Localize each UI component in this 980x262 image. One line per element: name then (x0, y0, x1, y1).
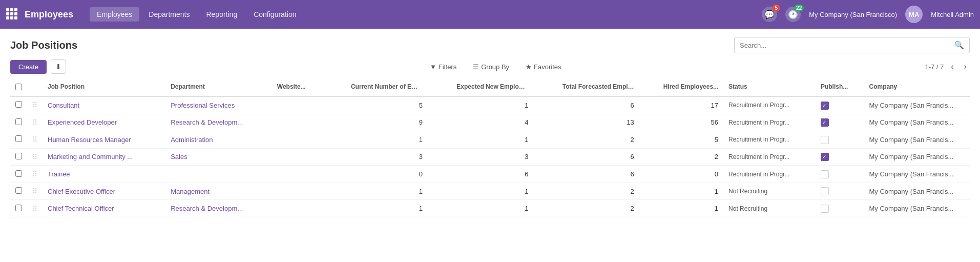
favorites-button[interactable]: ★ Favorites (522, 61, 565, 73)
current-empl-cell: 1 (322, 131, 428, 149)
publish-cell[interactable] (816, 200, 864, 217)
chat-notifications[interactable]: 💬 5 (762, 7, 777, 22)
publish-cell[interactable] (816, 131, 864, 149)
expected-new-cell: 3 (428, 148, 533, 166)
row-drag-handle[interactable]: ⠿ (27, 148, 43, 166)
department-cell[interactable]: Research & Developm... (165, 114, 272, 131)
job-position-cell[interactable]: Trainee (43, 166, 165, 183)
create-button[interactable]: Create (10, 60, 47, 74)
status-cell: Recruitment in Progr... (723, 131, 816, 149)
clock-notifications[interactable]: 🕐 22 (785, 7, 801, 22)
publish-checkbox[interactable] (821, 153, 829, 161)
user-name[interactable]: Mitchell Admin (931, 11, 974, 18)
search-button[interactable]: 🔍 (949, 37, 969, 53)
drag-icon: ⠿ (32, 118, 37, 127)
table-row: ⠿ Human Resources Manager Administration… (10, 131, 970, 149)
download-button[interactable]: ⬇ (51, 59, 66, 74)
row-drag-handle[interactable]: ⠿ (27, 114, 43, 131)
row-drag-handle[interactable]: ⠿ (27, 183, 43, 200)
row-drag-handle[interactable]: ⠿ (27, 200, 43, 217)
job-position-cell[interactable]: Chief Technical Officer (43, 200, 165, 217)
col-status[interactable]: Status (723, 79, 816, 96)
row-checkbox[interactable] (15, 205, 22, 211)
total-forecast-cell: 6 (533, 96, 639, 114)
company-cell: My Company (San Francis... (864, 200, 970, 217)
department-cell[interactable]: Professional Services (165, 96, 272, 114)
department-cell[interactable]: Research & Developm... (165, 200, 272, 217)
row-drag-handle[interactable]: ⠿ (27, 96, 43, 114)
job-position-cell[interactable]: Chief Executive Officer (43, 183, 165, 200)
app-name[interactable]: Employees (25, 9, 73, 20)
publish-checkbox[interactable] (821, 102, 829, 110)
row-checkbox-cell[interactable] (10, 96, 27, 114)
publish-cell[interactable] (816, 114, 864, 131)
job-position-cell[interactable]: Marketing and Community ... (43, 148, 165, 166)
department-cell[interactable]: Sales (165, 148, 272, 166)
next-page-button[interactable]: › (961, 61, 970, 72)
row-drag-handle[interactable]: ⠿ (27, 131, 43, 149)
search-input[interactable] (735, 38, 949, 52)
nav-configuration[interactable]: Configuration (246, 7, 303, 22)
col-publish[interactable]: Publish... (816, 79, 864, 96)
drag-icon: ⠿ (32, 153, 37, 161)
row-checkbox[interactable] (15, 118, 22, 125)
col-website[interactable]: Website... (272, 79, 322, 96)
filters-button[interactable]: ▼ Filters (426, 61, 461, 73)
row-checkbox[interactable] (15, 153, 22, 159)
publish-checkbox[interactable] (821, 118, 829, 127)
row-checkbox[interactable] (15, 135, 22, 142)
toolbar-left: Create ⬇ (10, 59, 66, 74)
current-empl-cell: 3 (322, 148, 428, 166)
topbar-left: Employees EmployeesDepartmentsReportingC… (6, 7, 303, 22)
col-department[interactable]: Department (165, 79, 272, 96)
row-checkbox[interactable] (15, 170, 22, 177)
col-job-position[interactable]: Job Position (43, 79, 165, 96)
prev-page-button[interactable]: ‹ (948, 61, 956, 72)
job-position-cell[interactable]: Experienced Developer (43, 114, 165, 131)
select-all-header[interactable] (10, 79, 27, 96)
select-all-checkbox[interactable] (15, 84, 22, 90)
job-position-cell[interactable]: Human Resources Manager (43, 131, 165, 149)
job-position-cell[interactable]: Consultant (43, 96, 165, 114)
col-current-empl[interactable]: Current Number of Empl... (322, 79, 428, 96)
col-company[interactable]: Company (864, 79, 970, 96)
groupby-button[interactable]: ☰ Group By (469, 61, 513, 73)
row-checkbox-cell[interactable] (10, 148, 27, 166)
row-checkbox-cell[interactable] (10, 114, 27, 131)
status-cell: Recruitment in Progr... (723, 148, 816, 166)
company-selector[interactable]: My Company (San Francisco) (809, 11, 897, 18)
favorites-label: Favorites (534, 63, 561, 71)
total-forecast-cell: 2 (533, 131, 639, 149)
row-checkbox[interactable] (15, 187, 22, 194)
nav-reporting[interactable]: Reporting (199, 7, 244, 22)
department-cell[interactable]: Management (165, 183, 272, 200)
publish-checkbox[interactable] (821, 170, 829, 178)
table-header: Job Position Department Website... Curre… (10, 79, 970, 96)
row-checkbox-cell[interactable] (10, 200, 27, 217)
department-cell[interactable] (165, 166, 272, 183)
department-cell[interactable]: Administration (165, 131, 272, 149)
user-avatar[interactable]: MA (905, 6, 923, 23)
apps-icon[interactable] (6, 8, 18, 21)
col-hired[interactable]: Hired Employees... (639, 79, 723, 96)
current-empl-cell: 9 (322, 114, 428, 131)
row-checkbox[interactable] (15, 101, 22, 108)
row-checkbox-cell[interactable] (10, 131, 27, 149)
row-checkbox-cell[interactable] (10, 183, 27, 200)
nav-employees[interactable]: Employees (90, 7, 139, 22)
row-drag-handle[interactable]: ⠿ (27, 166, 43, 183)
col-expected-new[interactable]: Expected New Employee... (428, 79, 533, 96)
publish-cell[interactable] (816, 183, 864, 200)
publish-checkbox[interactable] (821, 205, 829, 213)
publish-checkbox[interactable] (821, 136, 829, 144)
clock-badge: 22 (794, 5, 804, 11)
filter-icon: ▼ (430, 63, 436, 71)
nav-departments[interactable]: Departments (141, 7, 197, 22)
publish-cell[interactable] (816, 166, 864, 183)
publish-cell[interactable] (816, 96, 864, 114)
col-total-forecast[interactable]: Total Forecasted Employ... (533, 79, 639, 96)
row-checkbox-cell[interactable] (10, 166, 27, 183)
page-header: Job Positions 🔍 (10, 37, 970, 53)
publish-checkbox[interactable] (821, 187, 829, 195)
publish-cell[interactable] (816, 148, 864, 166)
